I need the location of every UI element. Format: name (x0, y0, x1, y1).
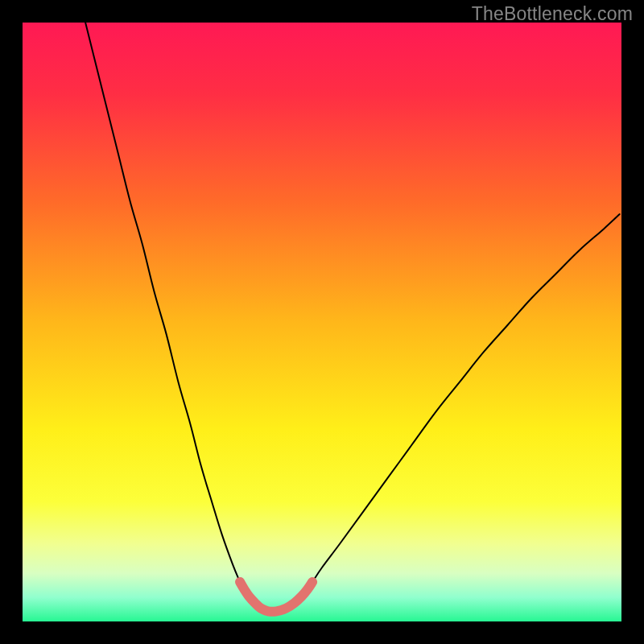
left-branch-path (85, 23, 240, 582)
chart-curves (23, 23, 621, 621)
chart-stage: TheBottleneck.com (0, 0, 644, 644)
watermark-text: TheBottleneck.com (472, 3, 633, 25)
right-branch-path (312, 214, 620, 582)
plot-area (23, 23, 621, 621)
bottom-highlight-path (240, 582, 312, 612)
